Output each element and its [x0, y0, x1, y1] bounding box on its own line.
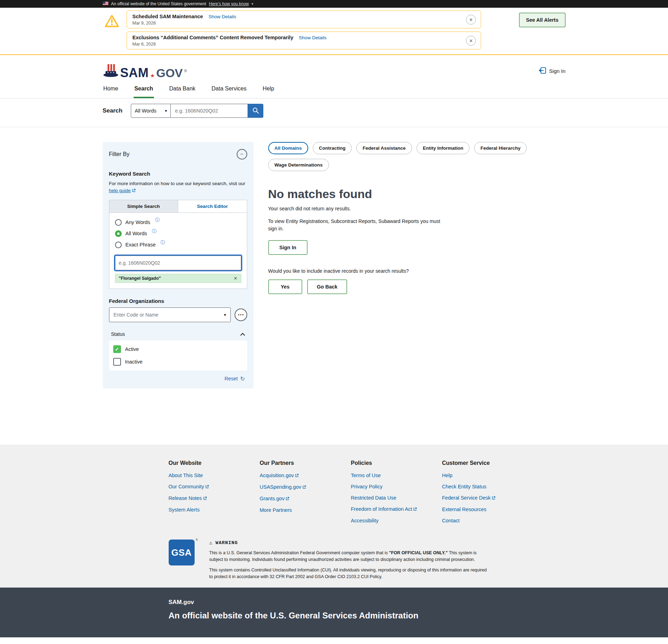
nav-item-data-bank[interactable]: Data Bank: [169, 83, 196, 98]
footer-link-about-this-site[interactable]: About This Site: [169, 473, 260, 478]
status-section-toggle[interactable]: Status: [109, 328, 247, 340]
footer-link-foia[interactable]: Freedom of Information Act: [351, 506, 442, 512]
header-sign-in[interactable]: Sign In: [539, 67, 566, 75]
check-icon: ✓: [115, 346, 119, 352]
info-icon[interactable]: ⓘ: [152, 228, 156, 235]
footer-link-usaspending-gov[interactable]: USASpending.gov: [260, 484, 351, 490]
search-type-value: All Words: [135, 108, 156, 114]
nav-item-data-services[interactable]: Data Services: [211, 83, 247, 98]
footer-link-more-partners[interactable]: More Partners: [260, 507, 351, 513]
collapse-filters-button[interactable]: −: [237, 149, 247, 160]
tab-search-editor[interactable]: Search Editor: [178, 200, 247, 212]
search-type-select[interactable]: All Words ▾: [131, 104, 171, 118]
alert-title: Exclusions “Additional Comments” Content…: [133, 35, 293, 40]
radio-any-words[interactable]: Any Words ⓘ: [115, 219, 241, 226]
domain-tab-all-domains[interactable]: All Domains: [268, 142, 308, 154]
warning-paragraph-2: This system contains Controlled Unclassi…: [209, 567, 490, 581]
banner-text: An official website of the United States…: [111, 1, 206, 6]
footer-link-restricted-data-use[interactable]: Restricted Data Use: [351, 495, 442, 501]
alert-date: Mar 9, 2026: [133, 21, 236, 26]
search-button[interactable]: [248, 104, 263, 118]
checkbox-unchecked: [113, 358, 121, 366]
radio-all-words[interactable]: All Words ⓘ: [115, 230, 241, 237]
footer-link-system-alerts[interactable]: System Alerts: [169, 507, 260, 513]
footer-link-label: Release Notes: [169, 495, 202, 501]
system-warning: ⚠ WARNING This is a U.S. General Service…: [209, 540, 490, 581]
info-icon[interactable]: ⓘ: [155, 217, 160, 223]
logo-gov-text: GOV: [156, 68, 183, 79]
external-link-icon: [132, 188, 136, 195]
search-icon: [252, 107, 259, 115]
footer-link-check-entity-status[interactable]: Check Entity Status: [442, 484, 533, 489]
alert-show-details-link[interactable]: Show Details: [299, 35, 326, 40]
yes-button[interactable]: Yes: [268, 279, 302, 294]
footer-link-acquisition-gov[interactable]: Acquisition.gov: [260, 473, 351, 479]
footer-site-name: SAM.gov: [169, 599, 566, 606]
alert-date: Mar 6, 2026: [133, 42, 327, 47]
footer-link-contact[interactable]: Contact: [442, 518, 533, 523]
go-back-button[interactable]: Go Back: [307, 279, 348, 294]
footer-column-title: Our Partners: [260, 460, 351, 466]
external-link-icon: [302, 484, 306, 490]
alert-show-details-link[interactable]: Show Details: [209, 14, 236, 19]
filter-by-title: Filter By: [109, 151, 130, 157]
footer-link-release-notes[interactable]: Release Notes: [169, 495, 260, 501]
sign-in-icon: [539, 67, 546, 75]
footer-link-our-community[interactable]: Our Community: [169, 484, 260, 490]
footer-column-our-partners: Our Partners Acquisition.gov USASpending…: [260, 460, 351, 529]
sign-in-button[interactable]: Sign In: [268, 240, 308, 255]
footer-link-federal-service-desk[interactable]: Federal Service Desk: [442, 495, 533, 501]
keyword-search-input[interactable]: [115, 256, 241, 270]
alert-close-button[interactable]: ✕: [466, 15, 476, 25]
domain-tab-entity-information[interactable]: Entity Information: [417, 142, 470, 154]
radio-exact-phrase[interactable]: Exact Phrase ⓘ: [115, 242, 241, 248]
logo-star-icon: ★: [150, 73, 155, 78]
alert-close-button[interactable]: ✕: [466, 36, 476, 46]
alert-title: Scheduled SAM Maintenance: [133, 14, 203, 19]
federal-org-more-button[interactable]: ⋯: [235, 309, 247, 321]
status-active-checkbox[interactable]: ✓ Active: [113, 345, 243, 353]
nav-item-help[interactable]: Help: [262, 83, 275, 98]
domain-tab-federal-assistance[interactable]: Federal Assistance: [356, 142, 412, 154]
reset-filters-link[interactable]: Reset ↻: [224, 375, 245, 382]
global-search-input[interactable]: [171, 104, 248, 118]
footer-link-accessibility[interactable]: Accessibility: [351, 518, 442, 523]
remove-keyword-tag-button[interactable]: ✕: [234, 276, 237, 281]
help-guide-label: help guide: [109, 188, 131, 193]
chevron-up-icon: [240, 331, 245, 337]
footer-column-title: Policies: [351, 460, 442, 466]
footer-link-help[interactable]: Help: [442, 473, 533, 478]
see-all-alerts-button[interactable]: See All Alerts: [519, 13, 565, 27]
federal-org-placeholder: Enter Code or Name: [114, 312, 158, 318]
sam-gov-logo[interactable]: SAM ★ GOV ®: [103, 63, 187, 79]
keyword-tag: "Florangel Salgado" ✕: [115, 274, 241, 283]
footer-link-privacy-policy[interactable]: Privacy Policy: [351, 484, 442, 489]
radio-button-unselected: [115, 219, 122, 226]
logo-sam-text: SAM: [120, 67, 149, 79]
domain-tab-federal-hierarchy[interactable]: Federal Hierarchy: [474, 142, 527, 154]
keyword-search-title: Keyword Search: [109, 171, 247, 177]
radio-label: Any Words: [126, 219, 150, 225]
footer-link-grants-gov[interactable]: Grants.gov: [260, 496, 351, 502]
nav-item-search[interactable]: Search: [134, 83, 154, 98]
federal-org-select[interactable]: Enter Code or Name ▾: [109, 307, 231, 322]
footer-link-external-resources[interactable]: External Resources: [442, 507, 533, 512]
nav-item-home[interactable]: Home: [103, 83, 119, 98]
footer-dark: SAM.gov An official website of the U.S. …: [0, 588, 668, 637]
close-icon: ✕: [469, 39, 473, 43]
footer: Our Website About This Site Our Communit…: [0, 445, 668, 588]
domain-tab-wage-determinations[interactable]: Wage Determinations: [268, 159, 329, 171]
tab-simple-search[interactable]: Simple Search: [109, 200, 178, 212]
banner-how-you-know-link[interactable]: Here’s how you know: [209, 1, 249, 6]
status-inactive-checkbox[interactable]: Inactive: [113, 358, 243, 366]
external-link-icon: [492, 495, 495, 501]
checkbox-label: Inactive: [125, 359, 143, 365]
domain-tab-contracting[interactable]: Contracting: [313, 142, 352, 154]
footer-column-title: Our Website: [169, 460, 260, 466]
help-guide-link[interactable]: help guide: [109, 188, 136, 193]
footer-link-terms-of-use[interactable]: Terms of Use: [351, 473, 442, 478]
info-icon[interactable]: ⓘ: [161, 239, 165, 246]
filter-panel: Filter By − Keyword Search For more info…: [103, 142, 254, 388]
gsa-logo[interactable]: GSA: [169, 540, 195, 565]
search-label: Search: [103, 107, 123, 114]
